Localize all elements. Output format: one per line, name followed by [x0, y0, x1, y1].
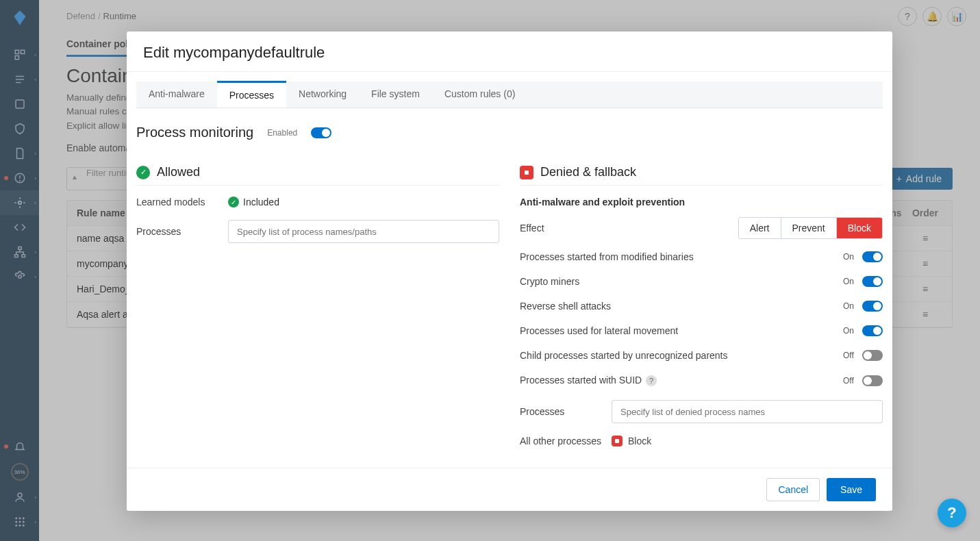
- tab-filesystem[interactable]: File system: [359, 81, 432, 108]
- stop-icon: [520, 166, 533, 179]
- toggle-state-label: Off: [843, 376, 862, 386]
- toggle-state-label: Off: [843, 351, 862, 360]
- toggle-switch[interactable]: [862, 375, 883, 386]
- toggle-label: Processes started with SUID?: [520, 375, 843, 386]
- modal-title: Edit mycompanydefaultrule: [127, 32, 892, 72]
- denied-processes-input[interactable]: [612, 400, 883, 423]
- svg-rect-25: [525, 171, 529, 175]
- effect-prevent[interactable]: Prevent: [781, 218, 837, 238]
- effect-label: Effect: [520, 223, 729, 234]
- enabled-label: Enabled: [267, 128, 297, 138]
- toggle-row: Child processes started by unrecognized …: [520, 350, 883, 361]
- included-check-icon: ✓: [228, 197, 239, 207]
- processes-label: Processes: [136, 226, 218, 237]
- toggle-label: Processes started from modified binaries: [520, 251, 843, 262]
- effect-button-group: Alert Prevent Block: [738, 217, 883, 239]
- edit-rule-modal: Edit mycompanydefaultrule Anti-malware P…: [127, 32, 892, 511]
- effect-alert[interactable]: Alert: [739, 218, 781, 238]
- process-monitoring-title: Process monitoring: [136, 125, 253, 140]
- included-label: Included: [243, 197, 279, 207]
- tab-custom-rules[interactable]: Custom rules (0): [432, 81, 527, 108]
- tab-processes[interactable]: Processes: [217, 81, 286, 108]
- help-icon[interactable]: ?: [646, 375, 657, 386]
- denied-title: Denied & fallback: [540, 165, 636, 179]
- toggle-state-label: On: [843, 326, 862, 336]
- toggle-state-label: On: [843, 252, 862, 262]
- toggle-state-label: On: [843, 277, 862, 286]
- allowed-processes-input[interactable]: [228, 220, 499, 243]
- toggle-label: Reverse shell attacks: [520, 301, 843, 312]
- toggle-row: Processes used for lateral movementOn: [520, 325, 883, 336]
- tab-networking[interactable]: Networking: [286, 81, 359, 108]
- toggle-switch[interactable]: [862, 301, 883, 312]
- toggle-label: Crypto miners: [520, 276, 843, 287]
- toggle-row: Processes started with SUID?Off: [520, 375, 883, 386]
- tab-antimalware[interactable]: Anti-malware: [136, 81, 217, 108]
- toggle-switch[interactable]: [862, 350, 883, 361]
- toggle-switch[interactable]: [862, 251, 883, 262]
- allowed-title: Allowed: [157, 165, 200, 179]
- save-button[interactable]: Save: [827, 478, 876, 501]
- toggle-label: Processes used for lateral movement: [520, 325, 843, 336]
- modal-tabs: Anti-malware Processes Networking File s…: [136, 81, 883, 108]
- all-other-value: Block: [612, 436, 651, 446]
- all-other-label: All other processes: [520, 436, 602, 446]
- denied-subhead: Anti-malware and exploit prevention: [520, 197, 883, 207]
- help-fab[interactable]: ?: [938, 499, 966, 527]
- toggle-row: Processes started from modified binaries…: [520, 251, 883, 262]
- toggle-label: Child processes started by unrecognized …: [520, 350, 843, 361]
- effect-block[interactable]: Block: [837, 218, 882, 238]
- toggle-switch[interactable]: [862, 276, 883, 287]
- cancel-button[interactable]: Cancel: [766, 478, 820, 501]
- toggle-row: Crypto minersOn: [520, 276, 883, 287]
- toggle-state-label: On: [843, 301, 862, 311]
- denied-processes-label: Processes: [520, 406, 602, 417]
- toggle-switch[interactable]: [862, 325, 883, 336]
- block-icon: [612, 436, 623, 446]
- toggle-row: Reverse shell attacksOn: [520, 301, 883, 312]
- check-icon: ✓: [136, 166, 150, 179]
- process-monitoring-toggle[interactable]: [311, 127, 331, 138]
- learned-models-label: Learned models: [136, 197, 218, 207]
